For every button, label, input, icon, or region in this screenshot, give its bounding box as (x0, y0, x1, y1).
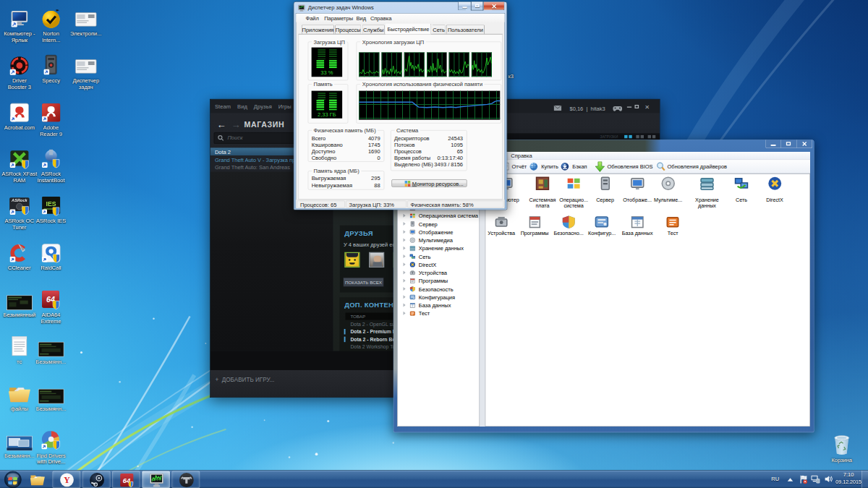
svg-text:IES: IES (46, 200, 56, 207)
